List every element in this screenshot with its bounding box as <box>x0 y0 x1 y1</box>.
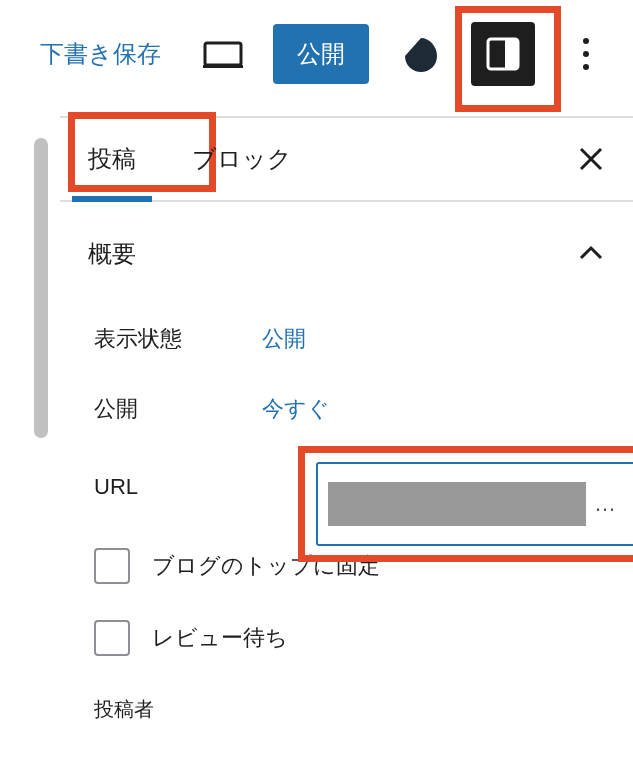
sticky-label: ブログのトップに固定 <box>152 551 380 581</box>
close-icon <box>578 146 604 172</box>
editor-toolbar: 下書き保存 公開 <box>0 0 633 108</box>
jetpack-icon[interactable] <box>399 32 443 76</box>
more-options-button[interactable] <box>575 32 597 76</box>
publish-date-row: 公開 今すぐ <box>60 374 633 444</box>
summary-settings: 表示状態 公開 公開 今すぐ URL … ブログのトップに固定 <box>60 294 633 723</box>
publish-value[interactable]: 今すぐ <box>262 394 330 424</box>
settings-panel: 投稿 ブロック 概要 表示状態 公開 公開 今すぐ URL <box>60 116 633 723</box>
tab-block[interactable]: ブロック <box>164 118 320 200</box>
svg-rect-3 <box>505 39 518 69</box>
scrollbar-thumb[interactable] <box>34 138 48 438</box>
chevron-up-icon <box>577 240 605 268</box>
publish-label: 公開 <box>94 394 262 424</box>
settings-toggle-button[interactable] <box>471 22 535 86</box>
summary-section-header[interactable]: 概要 <box>60 202 633 294</box>
checkbox-unchecked[interactable] <box>94 548 130 584</box>
visibility-row: 表示状態 公開 <box>60 304 633 374</box>
visibility-label: 表示状態 <box>94 324 262 354</box>
redacted-content <box>328 482 586 526</box>
visibility-value[interactable]: 公開 <box>262 324 306 354</box>
sidebar-panel-icon <box>485 36 521 72</box>
pending-label: レビュー待ち <box>152 623 288 653</box>
url-label: URL <box>94 474 262 500</box>
author-label: 投稿者 <box>60 674 633 723</box>
tab-post[interactable]: 投稿 <box>60 118 164 200</box>
svg-rect-0 <box>205 43 241 65</box>
url-input[interactable]: … <box>316 462 633 546</box>
svg-rect-1 <box>203 65 243 68</box>
url-ellipsis: … <box>594 491 616 517</box>
preview-icon[interactable] <box>203 40 243 68</box>
checkbox-unchecked[interactable] <box>94 620 130 656</box>
url-row: URL … <box>60 444 633 530</box>
settings-tabs: 投稿 ブロック <box>60 118 633 202</box>
close-panel-button[interactable] <box>573 141 609 177</box>
pending-review-checkbox-row[interactable]: レビュー待ち <box>60 602 633 674</box>
publish-button[interactable]: 公開 <box>273 24 369 84</box>
save-draft-link[interactable]: 下書き保存 <box>40 38 161 70</box>
section-title: 概要 <box>88 238 577 270</box>
